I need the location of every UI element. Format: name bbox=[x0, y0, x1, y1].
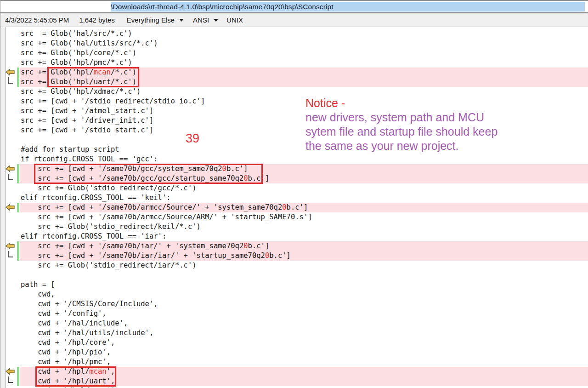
bracket-icon bbox=[8, 174, 13, 180]
change-arrow-icon bbox=[6, 242, 15, 250]
code-line: elif rtconfig.CROSS_TOOL == 'iar': bbox=[20, 232, 588, 241]
change-arrow-icon bbox=[6, 68, 15, 76]
editor-window: \Downloads\rt-thread-4.1.0\bsp\microchip… bbox=[0, 0, 588, 388]
code-line: src += [cwd + '/same70b/armcc/Source/' +… bbox=[20, 203, 588, 212]
chevron-down-icon bbox=[179, 19, 184, 22]
editor: src = Glob('hal/src/*.c')src += Glob('ha… bbox=[0, 27, 588, 388]
change-arrow-icon bbox=[6, 165, 15, 172]
bracket-icon bbox=[8, 251, 13, 257]
modified-timestamp: 4/3/2022 5:45:05 PM bbox=[5, 16, 69, 24]
code-line: cwd + '/hpl/pio', bbox=[20, 348, 588, 357]
code-line: src += [cwd + '/same70b/armcc/Source/ARM… bbox=[20, 212, 588, 222]
code-line: src += [cwd + '/same70b/iar/' + 'system_… bbox=[20, 241, 588, 251]
gutter-row bbox=[0, 328, 20, 338]
code-line: src += Glob('stdio_redirect/iar/*.c') bbox=[20, 261, 588, 270]
gutter-row bbox=[0, 183, 20, 193]
gutter-row bbox=[0, 58, 20, 68]
gutter-row bbox=[0, 193, 20, 203]
gutter-row bbox=[0, 68, 20, 77]
change-bar bbox=[17, 241, 19, 251]
notice-annotation: Notice - new drivers, system path and MC… bbox=[305, 96, 526, 153]
code-line bbox=[20, 270, 588, 280]
change-arrow-icon bbox=[6, 204, 15, 211]
gutter-row bbox=[0, 39, 20, 48]
gutter bbox=[0, 29, 20, 388]
change-bar bbox=[17, 164, 19, 174]
gutter-row bbox=[0, 357, 20, 367]
bracket-icon bbox=[8, 77, 13, 84]
code-line: if rtconfig.CROSS_TOOL == 'gcc': bbox=[20, 154, 588, 164]
code-line: elif rtconfig.CROSS_TOOL == 'keil': bbox=[20, 193, 588, 203]
code-line: src += [cwd + '/same70b/iar/iar/' + 'sta… bbox=[20, 251, 588, 261]
diff-highlight-box-2 bbox=[34, 164, 263, 184]
code-line: src += Glob('hal/utils/src/*.c') bbox=[20, 39, 588, 48]
code-line: cwd + '/hal/include', bbox=[20, 319, 588, 328]
gutter-row bbox=[0, 319, 20, 328]
code-line: src = Glob('hal/src/*.c') bbox=[20, 29, 588, 39]
gutter-row bbox=[0, 174, 20, 183]
notice-line: sytem file and startup file should keep bbox=[305, 125, 526, 139]
change-bar bbox=[17, 367, 19, 377]
gutter-row bbox=[0, 386, 20, 388]
notice-line: new drivers, system path and MCU bbox=[305, 110, 526, 125]
gutter-row bbox=[0, 212, 20, 222]
diff-highlight-box-1 bbox=[47, 67, 139, 87]
gutter-row bbox=[0, 338, 20, 348]
gutter-row bbox=[0, 261, 20, 270]
code-line: src += Glob('hpl/core/*.c') bbox=[20, 48, 588, 58]
gutter-row bbox=[0, 154, 20, 164]
eol-indicator: UNIX bbox=[226, 16, 243, 24]
path-bar[interactable]: \Downloads\rt-thread-4.1.0\bsp\microchip… bbox=[0, 0, 588, 13]
gutter-row bbox=[0, 222, 20, 232]
gutter-row bbox=[0, 87, 20, 97]
code-line: src += Glob('hpl/pmc/*.c') bbox=[20, 58, 588, 68]
scheme-label: Everything Else bbox=[127, 16, 175, 24]
gutter-row bbox=[0, 367, 20, 377]
gutter-row bbox=[0, 290, 20, 299]
encoding-dropdown[interactable]: ANSI bbox=[193, 16, 218, 24]
gutter-row bbox=[0, 309, 20, 319]
gutter-row bbox=[0, 126, 20, 135]
gutter-row bbox=[0, 241, 20, 251]
gutter-row bbox=[0, 280, 20, 290]
gutter-row bbox=[0, 48, 20, 58]
code-line: src += Glob('hpl/xdmac/*.c') bbox=[20, 87, 588, 97]
file-size: 1,642 bytes bbox=[79, 16, 115, 24]
encoding-label: ANSI bbox=[193, 16, 209, 24]
code-line: cwd + '/hal/utils/include', bbox=[20, 328, 588, 338]
code-line: src += Glob('stdio_redirect/gcc/*.c') bbox=[20, 183, 588, 193]
notice-title: Notice - bbox=[305, 96, 526, 110]
gutter-row bbox=[0, 29, 20, 39]
change-bar bbox=[17, 203, 19, 212]
change-bar bbox=[17, 77, 19, 87]
change-bar bbox=[17, 174, 19, 183]
gutter-row bbox=[0, 164, 20, 174]
gutter-row bbox=[0, 106, 20, 116]
code-line: src += Glob('stdio_redirect/keil/*.c') bbox=[20, 222, 588, 232]
code-line: cwd + '/CMSIS/Core/Include', bbox=[20, 299, 588, 309]
code-line: cwd + '/config', bbox=[20, 309, 588, 319]
change-bar bbox=[17, 68, 19, 77]
change-bar bbox=[17, 251, 19, 261]
code-line: cwd + '/hpl/core', bbox=[20, 338, 588, 348]
gutter-row bbox=[0, 270, 20, 280]
gutter-row bbox=[0, 299, 20, 309]
gutter-row bbox=[0, 232, 20, 241]
gutter-row bbox=[0, 145, 20, 154]
gutter-row bbox=[0, 377, 20, 386]
gutter-row bbox=[0, 251, 20, 261]
gutter-row bbox=[0, 116, 20, 126]
info-bar: 4/3/2022 5:45:05 PM 1,642 bytes Everythi… bbox=[0, 13, 588, 27]
diff-highlight-box-3 bbox=[35, 366, 116, 387]
gutter-row bbox=[0, 203, 20, 212]
chevron-down-icon bbox=[214, 19, 218, 22]
gutter-row bbox=[0, 77, 20, 87]
inline-count-label: 39 bbox=[186, 131, 199, 146]
gutter-row bbox=[0, 348, 20, 357]
scheme-dropdown[interactable]: Everything Else bbox=[127, 16, 184, 24]
path-selection[interactable]: \Downloads\rt-thread-4.1.0\bsp\microchip… bbox=[111, 2, 585, 11]
code-line: path = [ bbox=[20, 280, 588, 290]
gutter-row bbox=[0, 135, 20, 145]
path-text: \Downloads\rt-thread-4.1.0\bsp\microchip… bbox=[111, 3, 334, 11]
bracket-icon bbox=[8, 377, 13, 383]
